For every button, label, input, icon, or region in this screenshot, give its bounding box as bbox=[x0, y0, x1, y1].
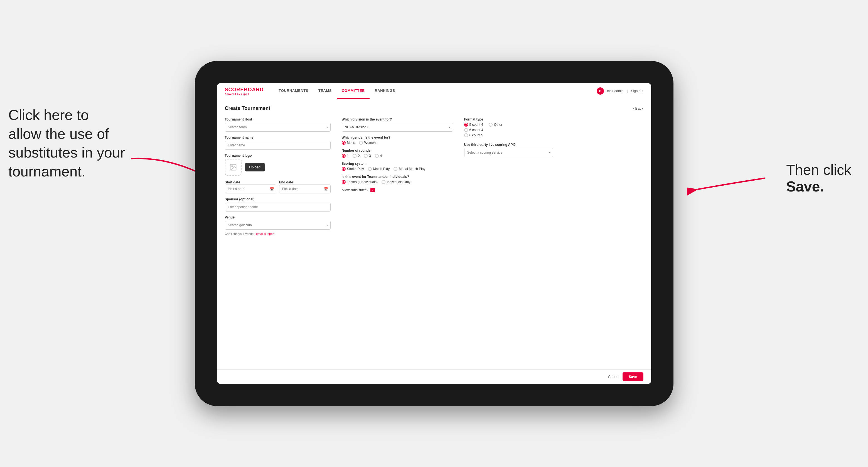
individuals-only[interactable]: Individuals Only bbox=[381, 180, 410, 184]
gender-mens-radio[interactable] bbox=[342, 141, 346, 145]
format-5count4-radio[interactable] bbox=[464, 123, 468, 127]
save-button[interactable]: Save bbox=[623, 372, 643, 381]
end-date-field: End date 📅 bbox=[279, 180, 331, 193]
tablet-screen: SCOREBOARD Powered by clippd TOURNAMENTS… bbox=[217, 83, 651, 384]
gender-field: Which gender is the event for? Mens Wome… bbox=[342, 135, 453, 145]
gender-womens[interactable]: Womens bbox=[359, 141, 377, 145]
gender-mens[interactable]: Mens bbox=[342, 141, 355, 145]
format-other[interactable]: Other bbox=[489, 123, 502, 127]
division-field: Which division is the event for? NCAA Di… bbox=[342, 118, 453, 132]
scoring-medal[interactable]: Medal Match Play bbox=[394, 167, 425, 171]
logo-scoreboard: SCOREBOARD bbox=[225, 87, 264, 93]
scoring-match[interactable]: Match Play bbox=[368, 167, 390, 171]
venue-input[interactable] bbox=[225, 221, 331, 229]
page-header: Create Tournament Back bbox=[225, 105, 643, 111]
rounds-1-radio[interactable] bbox=[342, 154, 346, 158]
logo-powered: Powered by clippd bbox=[225, 93, 264, 95]
format-type-field: Format type 5 count 4 Other bbox=[464, 118, 553, 137]
nav-item-committee[interactable]: COMMITTEE bbox=[337, 83, 370, 99]
teams-plus-individuals[interactable]: Teams (+Individuals) bbox=[342, 180, 378, 184]
venue-email-link[interactable]: email support bbox=[256, 232, 274, 236]
start-date-label: Start date bbox=[225, 180, 240, 184]
main-content: Create Tournament Back Tournament Host ▾… bbox=[217, 99, 651, 369]
sponsor-label: Sponsor (optional) bbox=[225, 197, 331, 201]
bottom-bar: Cancel Save bbox=[217, 369, 651, 384]
nav-item-tournaments[interactable]: TOURNAMENTS bbox=[274, 83, 313, 99]
venue-field: Venue ▾ Can't find your venue? email sup… bbox=[225, 215, 331, 236]
form-section-left: Tournament Host ▾ Tournament name Tourna… bbox=[225, 118, 331, 236]
tournament-logo-field: Tournament logo Upload bbox=[225, 154, 331, 176]
substitutes-checkbox[interactable] bbox=[370, 188, 375, 192]
rounds-4[interactable]: 4 bbox=[375, 154, 382, 158]
navigation: SCOREBOARD Powered by clippd TOURNAMENTS… bbox=[217, 83, 651, 99]
upload-button[interactable]: Upload bbox=[245, 163, 265, 172]
logo-upload-area: Upload bbox=[225, 159, 331, 176]
division-select[interactable]: NCAA Division I bbox=[342, 123, 453, 132]
individuals-radio[interactable] bbox=[381, 180, 385, 184]
form-grid: Tournament Host ▾ Tournament name Tourna… bbox=[225, 118, 643, 236]
rounds-4-radio[interactable] bbox=[375, 154, 379, 158]
sign-out-link[interactable]: Sign out bbox=[631, 89, 643, 93]
start-date-wrapper: 📅 bbox=[225, 185, 276, 193]
user-avatar: B bbox=[597, 87, 604, 95]
sponsor-field: Sponsor (optional) bbox=[225, 197, 331, 212]
format-6count5[interactable]: 6 count 5 bbox=[464, 133, 483, 137]
format-row-2: 6 count 4 bbox=[464, 128, 553, 132]
scoring-api-label: Use third-party live scoring API? bbox=[464, 143, 553, 147]
format-type-label: Format type bbox=[464, 118, 553, 121]
cancel-button[interactable]: Cancel bbox=[608, 375, 619, 379]
rounds-radio-group: 1 2 3 4 bbox=[342, 154, 453, 158]
nav-right: B blair admin | Sign out bbox=[597, 87, 643, 95]
tournament-host-label: Tournament Host bbox=[225, 118, 331, 121]
format-5count4[interactable]: 5 count 4 bbox=[464, 123, 483, 127]
format-row-1: 5 count 4 Other bbox=[464, 123, 553, 127]
format-other-radio[interactable] bbox=[489, 123, 493, 127]
rounds-2[interactable]: 2 bbox=[352, 154, 360, 158]
start-date-field: Start date 📅 bbox=[225, 180, 276, 193]
scoring-api-wrapper: ▾ bbox=[464, 148, 553, 157]
venue-select-wrapper: ▾ bbox=[225, 221, 331, 229]
rounds-field: Number of rounds 1 2 bbox=[342, 149, 453, 158]
end-date-wrapper: 📅 bbox=[279, 185, 331, 193]
tournament-name-input[interactable] bbox=[225, 141, 331, 150]
date-row: Start date 📅 End date 📅 bbox=[225, 180, 331, 193]
format-row-3: 6 count 5 bbox=[464, 133, 553, 137]
nav-items: TOURNAMENTS TEAMS COMMITTEE RANKINGS bbox=[274, 83, 597, 99]
tournament-host-select-wrapper: ▾ bbox=[225, 123, 331, 132]
scoring-medal-radio[interactable] bbox=[394, 167, 397, 171]
logo-placeholder bbox=[225, 159, 242, 176]
gender-radio-group: Mens Womens bbox=[342, 141, 453, 145]
teams-radio[interactable] bbox=[342, 180, 346, 184]
gender-womens-radio[interactable] bbox=[359, 141, 363, 145]
nav-item-rankings[interactable]: RANKINGS bbox=[370, 83, 400, 99]
rounds-2-radio[interactable] bbox=[352, 154, 356, 158]
sponsor-input[interactable] bbox=[225, 203, 331, 212]
tablet-device: SCOREBOARD Powered by clippd TOURNAMENTS… bbox=[195, 61, 674, 406]
scoring-stroke[interactable]: Stroke Play bbox=[342, 167, 364, 171]
gender-label: Which gender is the event for? bbox=[342, 135, 453, 139]
format-6count5-radio[interactable] bbox=[464, 133, 468, 137]
rounds-1[interactable]: 1 bbox=[342, 154, 349, 158]
venue-label: Venue bbox=[225, 215, 331, 219]
substitutes-field: Allow substitutes? bbox=[342, 188, 453, 192]
annotation-right: Then click Save. bbox=[786, 161, 851, 195]
rounds-3-radio[interactable] bbox=[364, 154, 368, 158]
division-label: Which division is the event for? bbox=[342, 118, 453, 121]
scoring-stroke-radio[interactable] bbox=[342, 167, 346, 171]
nav-item-teams[interactable]: TEAMS bbox=[313, 83, 337, 99]
end-date-input[interactable] bbox=[279, 185, 331, 193]
scoring-radio-group: Stroke Play Match Play Medal Match Play bbox=[342, 167, 453, 171]
start-date-input[interactable] bbox=[225, 185, 276, 193]
tournament-host-input[interactable] bbox=[225, 123, 331, 132]
format-6count4-radio[interactable] bbox=[464, 128, 468, 132]
rounds-3[interactable]: 3 bbox=[364, 154, 371, 158]
division-select-wrapper: NCAA Division I ▾ bbox=[342, 123, 453, 132]
scoring-api-input[interactable] bbox=[464, 148, 553, 157]
tournament-name-label: Tournament name bbox=[225, 135, 331, 139]
format-6count4[interactable]: 6 count 4 bbox=[464, 128, 483, 132]
scoring-match-radio[interactable] bbox=[368, 167, 372, 171]
substitutes-label[interactable]: Allow substitutes? bbox=[342, 188, 453, 192]
tournament-host-field: Tournament Host ▾ bbox=[225, 118, 331, 132]
back-link[interactable]: Back bbox=[633, 106, 643, 111]
form-section-right: Format type 5 count 4 Other bbox=[464, 118, 553, 236]
